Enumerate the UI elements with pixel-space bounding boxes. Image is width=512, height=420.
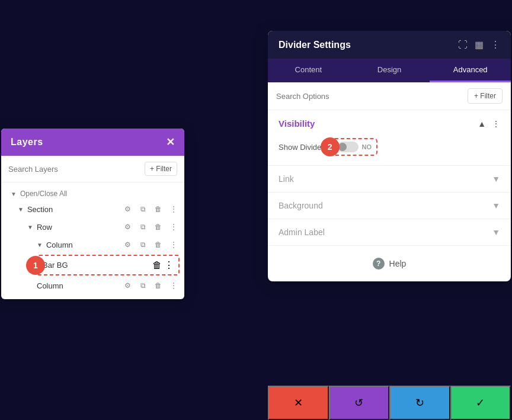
- layers-panel: Layers ✕ + Filter ▼ Open/Close All ▼ Sec…: [1, 129, 184, 299]
- help-section[interactable]: ? Help: [268, 245, 511, 281]
- divider-search-input[interactable]: [276, 92, 463, 101]
- open-close-arrow-icon: ▼: [11, 191, 17, 197]
- tab-design[interactable]: Design: [349, 59, 430, 82]
- badge-2: 2: [321, 137, 340, 156]
- divider-header-icons: ⛶ ▦ ⋮: [458, 39, 500, 50]
- layers-header: Layers ✕: [1, 129, 184, 156]
- bottom-actions: ✕ ↺ ↻ ✓: [268, 386, 511, 420]
- column-parent-settings-icon[interactable]: ⚙: [121, 239, 133, 251]
- background-section[interactable]: Background ▼: [268, 192, 511, 219]
- section-icons: ⚙ ⧉ 🗑 ⋮: [121, 203, 180, 215]
- section-duplicate-icon[interactable]: ⧉: [137, 203, 149, 215]
- divider-tabs: Content Design Advanced: [268, 59, 511, 82]
- layers-filter-button[interactable]: + Filter: [145, 162, 177, 176]
- show-divider-label: Show Divider: [279, 143, 324, 152]
- cancel-button[interactable]: ✕: [268, 386, 329, 420]
- layers-title: Layers: [11, 137, 43, 148]
- expand-icon[interactable]: ⛶: [458, 40, 468, 50]
- bar-bg-delete-icon[interactable]: 🗑: [152, 260, 162, 271]
- more-options-icon[interactable]: ⋮: [491, 39, 500, 50]
- badge-1: 1: [26, 256, 45, 275]
- section-label: Section: [27, 205, 121, 214]
- toggle-wrapper: 2 NO: [331, 138, 378, 156]
- column-parent-more-icon[interactable]: ⋮: [168, 239, 180, 251]
- admin-label-title: Admin Label: [279, 227, 325, 237]
- divider-header: Divider Settings ⛶ ▦ ⋮: [268, 31, 511, 59]
- admin-label-section[interactable]: Admin Label ▼: [268, 219, 511, 245]
- link-section[interactable]: Link ▼: [268, 165, 511, 192]
- column-sibling-label: Column: [37, 281, 121, 290]
- row-icons: ⚙ ⧉ 🗑 ⋮: [121, 221, 180, 233]
- open-close-all[interactable]: ▼ Open/Close All: [1, 187, 184, 200]
- column-parent-icons: ⚙ ⧉ 🗑 ⋮: [121, 239, 180, 251]
- layers-content: ▼ Open/Close All ▼ Section ⚙ ⧉ 🗑 ⋮ ▼ Row…: [1, 182, 184, 299]
- visibility-section-header: Visibility ▲ ⋮: [268, 110, 511, 134]
- column-parent-label: Column: [46, 241, 121, 249]
- link-title: Link: [279, 174, 294, 184]
- divider-filter-button[interactable]: + Filter: [468, 88, 503, 104]
- show-divider-toggle[interactable]: [337, 142, 359, 152]
- layer-item-column-sibling: Column ⚙ ⧉ 🗑 ⋮: [1, 277, 184, 294]
- column-sibling-delete-icon[interactable]: 🗑: [152, 280, 164, 291]
- bar-bg-row[interactable]: Bar BG 🗑 ⋮: [37, 255, 180, 275]
- row-arrow-icon[interactable]: ▼: [27, 224, 33, 230]
- redo-button[interactable]: ↻: [389, 386, 450, 420]
- column-sibling-settings-icon[interactable]: ⚙: [121, 280, 133, 291]
- section-more-icon[interactable]: ⋮: [168, 203, 180, 215]
- row-settings-icon[interactable]: ⚙: [121, 221, 133, 233]
- section-delete-icon[interactable]: 🗑: [152, 203, 164, 215]
- layers-search-bar: + Filter: [1, 156, 184, 182]
- link-arrow-icon: ▼: [492, 174, 500, 184]
- row-label: Row: [37, 223, 121, 232]
- layer-item-row: ▼ Row ⚙ ⧉ 🗑 ⋮: [1, 218, 184, 236]
- bar-bg-label: Bar BG: [43, 261, 152, 270]
- section-arrow-icon[interactable]: ▼: [18, 206, 24, 213]
- open-close-label: Open/Close All: [20, 190, 67, 198]
- column-sibling-more-icon[interactable]: ⋮: [168, 280, 180, 291]
- row-duplicate-icon[interactable]: ⧉: [137, 221, 149, 233]
- help-label: Help: [389, 259, 407, 268]
- layer-item-column-parent: ▼ Column ⚙ ⧉ 🗑 ⋮: [1, 236, 184, 254]
- bar-bg-icons: 🗑 ⋮: [152, 259, 174, 271]
- divider-title: Divider Settings: [279, 40, 351, 50]
- toggle-state-label: NO: [362, 143, 372, 150]
- tab-advanced[interactable]: Advanced: [430, 59, 511, 82]
- divider-settings-panel: Divider Settings ⛶ ▦ ⋮ Content Design Ad…: [268, 31, 511, 281]
- column-parent-duplicate-icon[interactable]: ⧉: [137, 239, 149, 251]
- divider-search-bar: + Filter: [268, 82, 511, 110]
- undo-button[interactable]: ↺: [329, 386, 390, 420]
- row-delete-icon[interactable]: 🗑: [152, 221, 164, 233]
- row-more-icon[interactable]: ⋮: [168, 221, 180, 233]
- visibility-controls: ▲ ⋮: [478, 119, 500, 129]
- bar-bg-more-icon[interactable]: ⋮: [164, 259, 174, 271]
- visibility-menu-icon[interactable]: ⋮: [492, 119, 500, 129]
- column-parent-arrow-icon[interactable]: ▼: [37, 242, 43, 248]
- admin-label-arrow-icon: ▼: [492, 227, 500, 237]
- visibility-collapse-icon[interactable]: ▲: [478, 119, 486, 129]
- save-button[interactable]: ✓: [450, 386, 511, 420]
- layers-search-input[interactable]: [8, 165, 140, 174]
- layers-close-button[interactable]: ✕: [166, 136, 175, 149]
- layer-item-section: ▼ Section ⚙ ⧉ 🗑 ⋮: [1, 200, 184, 218]
- section-settings-icon[interactable]: ⚙: [121, 203, 133, 215]
- bar-bg-container: 1 Bar BG 🗑 ⋮: [37, 255, 180, 275]
- column-sibling-duplicate-icon[interactable]: ⧉: [137, 280, 149, 291]
- help-icon: ?: [373, 258, 385, 270]
- background-arrow-icon: ▼: [492, 201, 500, 210]
- toggle-knob: [338, 143, 347, 151]
- column-parent-delete-icon[interactable]: 🗑: [152, 239, 164, 251]
- visibility-title: Visibility: [279, 118, 315, 129]
- tab-content[interactable]: Content: [268, 59, 349, 82]
- background-title: Background: [279, 201, 323, 210]
- show-divider-row: Show Divider 2 NO: [268, 134, 511, 165]
- columns-icon[interactable]: ▦: [475, 39, 484, 50]
- column-sibling-icons: ⚙ ⧉ 🗑 ⋮: [121, 280, 180, 291]
